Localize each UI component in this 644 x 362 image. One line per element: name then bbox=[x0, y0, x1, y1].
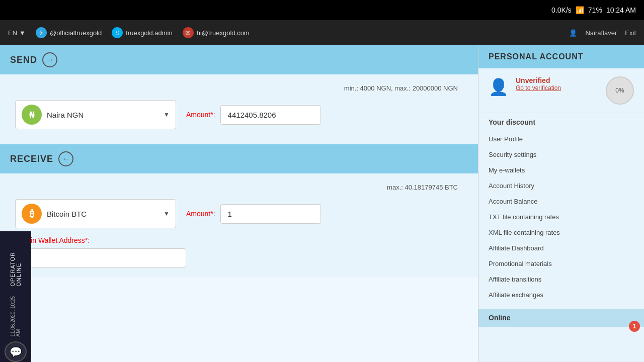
sidebar-item-account-history[interactable]: Account History bbox=[478, 178, 644, 194]
lang-label: EN bbox=[8, 29, 17, 37]
telegram-handle: @officialtruexgold bbox=[50, 29, 102, 37]
left-panel: SEND → min.: 4000 NGN, max.: 20000000 NG… bbox=[0, 45, 478, 362]
receive-amount-label: Amount*: bbox=[186, 210, 215, 218]
sidebar-item-xml-rates[interactable]: XML file containing rates bbox=[478, 225, 644, 240]
go-to-verification-link[interactable]: Go to verification bbox=[516, 84, 561, 92]
email-address: hi@truexgold.com bbox=[197, 29, 250, 37]
receive-amount-input[interactable] bbox=[220, 204, 321, 224]
network-speed: 0.0K/s bbox=[551, 6, 572, 14]
battery-percent: 71% bbox=[588, 6, 602, 14]
send-arrow-icon[interactable]: → bbox=[42, 52, 57, 67]
personal-account-title: PERSONAL ACCOUNT bbox=[478, 45, 644, 68]
email-icon: ✉ bbox=[183, 27, 194, 38]
lang-dropdown-icon: ▼ bbox=[19, 29, 26, 37]
sidebar-item-user-profile[interactable]: User Profile bbox=[478, 131, 644, 147]
send-currency-select[interactable]: ₦ Naira NGN ▼ bbox=[15, 100, 176, 129]
telegram-contact[interactable]: ✈ @officialtruexgold bbox=[36, 27, 102, 38]
sidebar-item-txt-rates[interactable]: TXT file containing rates bbox=[478, 209, 644, 225]
receive-amount-group: Amount*: bbox=[186, 204, 321, 224]
receive-label: RECEIVE bbox=[10, 154, 53, 164]
sidebar-item-affiliate-dashboard[interactable]: Affiliate Dashboard bbox=[478, 240, 644, 256]
nav-right: 👤 Nairaflaver Exit bbox=[569, 29, 636, 37]
btc-icon: ₿ bbox=[22, 204, 42, 224]
wallet-label-row: Bitcoin Wallet Address*: bbox=[15, 236, 463, 267]
send-amount-label: Amount*: bbox=[186, 111, 215, 119]
discount-label: Your discount bbox=[489, 118, 535, 126]
send-dropdown-arrow-icon: ▼ bbox=[164, 111, 170, 118]
receive-arrow-icon[interactable]: ← bbox=[58, 151, 73, 166]
receive-limit-info: max.: 40.18179745 BTC bbox=[15, 184, 463, 191]
verify-text: Unverified Go to verification bbox=[516, 76, 561, 92]
naira-icon: ₦ bbox=[22, 105, 42, 125]
user-icon: 👤 bbox=[569, 29, 577, 37]
send-limit-info: min.: 4000 NGN, max.: 20000000 NGN bbox=[15, 84, 463, 92]
user-verify-icon: 👤 bbox=[489, 77, 509, 97]
operator-chat-button[interactable]: 💬 bbox=[5, 341, 27, 362]
right-panel: PERSONAL ACCOUNT 👤 Unverified Go to veri… bbox=[478, 45, 644, 362]
online-label: Online bbox=[489, 314, 511, 322]
email-contact[interactable]: ✉ hi@truexgold.com bbox=[183, 27, 250, 38]
send-header: SEND → bbox=[0, 45, 478, 74]
sidebar-item-security-settings[interactable]: Security settings bbox=[478, 147, 644, 162]
wallet-address-input[interactable] bbox=[15, 248, 186, 267]
send-currency-row: ₦ Naira NGN ▼ Amount*: bbox=[15, 100, 463, 129]
telegram-icon: ✈ bbox=[36, 27, 47, 38]
receive-header: RECEIVE ← bbox=[0, 144, 478, 173]
sidebar-item-affiliate-exchanges[interactable]: Affiliate exchanges bbox=[478, 287, 644, 303]
receive-block: max.: 40.18179745 BTC ₿ Bitcoin BTC ▼ Am… bbox=[0, 173, 478, 278]
nav-bar: EN ▼ ✈ @officialtruexgold S truexgold.ad… bbox=[0, 20, 644, 45]
skype-icon: S bbox=[112, 27, 123, 38]
send-label: SEND bbox=[10, 55, 37, 65]
receive-dropdown-arrow-icon: ▼ bbox=[164, 210, 170, 217]
operator-date: 11.06.2020, 10:25 AM bbox=[10, 292, 21, 337]
discount-row: Your discount bbox=[478, 113, 644, 129]
wallet-address-label: Bitcoin Wallet Address*: bbox=[15, 236, 463, 244]
sidebar-item-affiliate-transitions[interactable]: Affiliate transitions bbox=[478, 272, 644, 287]
sidebar-item-promotional-materials[interactable]: Promotional materials bbox=[478, 256, 644, 272]
sidebar-item-my-ewallets[interactable]: My e-wallets bbox=[478, 162, 644, 178]
status-bar: 0.0K/s 📶 71% 10:24 AM bbox=[0, 0, 644, 20]
receive-currency-select[interactable]: ₿ Bitcoin BTC ▼ bbox=[15, 199, 176, 228]
send-currency-name: Naira NGN bbox=[47, 111, 158, 119]
signal-icon: 📶 bbox=[576, 6, 584, 14]
send-amount-input[interactable] bbox=[220, 105, 321, 125]
send-amount-group: Amount*: bbox=[186, 105, 321, 125]
receive-currency-row: ₿ Bitcoin BTC ▼ Amount*: bbox=[15, 199, 463, 228]
skype-contact[interactable]: S truexgold.admin bbox=[112, 27, 173, 38]
time-display: 10:24 AM bbox=[606, 6, 636, 14]
username: Nairaflaver bbox=[585, 29, 617, 37]
send-block: min.: 4000 NGN, max.: 20000000 NGN ₦ Nai… bbox=[0, 74, 478, 144]
sidebar-item-account-balance[interactable]: Account Balance bbox=[478, 194, 644, 209]
notification-badge: 1 bbox=[629, 321, 640, 332]
main-container: SEND → min.: 4000 NGN, max.: 20000000 NG… bbox=[0, 45, 644, 362]
verification-block: 👤 Unverified Go to verification 0% bbox=[478, 68, 644, 113]
online-section: Online bbox=[478, 309, 644, 327]
skype-handle: truexgold.admin bbox=[126, 29, 173, 37]
exit-button[interactable]: Exit bbox=[625, 29, 636, 37]
operator-label: OPERATOR ONLINE bbox=[10, 231, 22, 287]
sidebar-nav: User Profile Security settings My e-wall… bbox=[478, 129, 644, 305]
operator-sidebar: OPERATOR ONLINE 11.06.2020, 10:25 AM 💬 bbox=[0, 231, 31, 362]
discount-circle: 0% bbox=[606, 76, 634, 105]
unverified-status: Unverified bbox=[516, 76, 561, 84]
receive-currency-name: Bitcoin BTC bbox=[47, 210, 158, 218]
lang-selector[interactable]: EN ▼ bbox=[8, 29, 26, 37]
